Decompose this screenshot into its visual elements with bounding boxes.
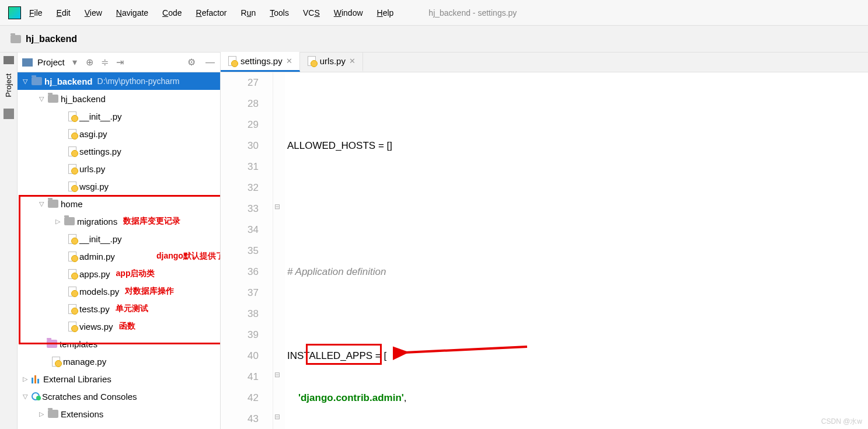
menu-edit[interactable]: Edit	[57, 8, 71, 18]
menu-run[interactable]: Run	[241, 8, 256, 18]
python-file-icon	[307, 57, 316, 66]
tree-file[interactable]: admin.pydjango默认提供了admin后台管理	[18, 247, 220, 265]
tree-folder-home[interactable]: ▽ home	[18, 195, 220, 212]
tab-settings[interactable]: settings.py ✕	[221, 52, 300, 72]
tree-file[interactable]: wsgi.py	[18, 177, 220, 195]
menu-navigate[interactable]: Navigate	[116, 8, 148, 18]
tree-file[interactable]: views.py函数	[18, 318, 220, 335]
tree-label: admin.py	[79, 252, 115, 261]
tree-external-libs[interactable]: ▷ External Libraries	[18, 370, 220, 388]
line-number: 31	[221, 156, 259, 177]
tree-file[interactable]: __init__.py	[18, 107, 220, 125]
tree-label: __init__.py	[79, 234, 122, 244]
menu-file[interactable]: File	[29, 8, 43, 18]
tree-folder-hj[interactable]: ▽ hj_backend	[18, 90, 220, 107]
tree-file[interactable]: asgi.py	[18, 125, 220, 142]
menu-help[interactable]: Help	[377, 8, 394, 18]
line-number: 29	[221, 114, 259, 135]
menu-bar: File Edit View Navigate Code Refactor Ru…	[0, 0, 868, 26]
tree-extensions[interactable]: ▷ Extensions	[18, 405, 220, 423]
editor: settings.py ✕ urls.py ✕ 2728293031323334…	[221, 53, 868, 429]
chevron-down-icon[interactable]: ▽	[21, 78, 29, 85]
line-number: 32	[221, 177, 259, 198]
project-view-icon	[22, 58, 33, 67]
tree-label: views.py	[79, 322, 113, 332]
tree-file[interactable]: models.py对数据库操作	[18, 282, 220, 300]
menu-window[interactable]: Window	[334, 8, 363, 18]
hide-icon[interactable]: —	[205, 57, 215, 68]
code-content[interactable]: ALLOWED_HOSTS = [] # Application definit…	[285, 72, 868, 429]
fold-open-icon[interactable]: ⊟	[274, 413, 280, 421]
fold-close-icon[interactable]: ⊟	[274, 371, 280, 379]
tree-root-path: D:\my\python-pycharm	[97, 76, 180, 86]
code-area[interactable]: 2728293031323334353637383940414243 ⊟ ⊟ ⊟…	[221, 72, 868, 429]
folder-icon	[48, 410, 58, 418]
chevron-down-icon[interactable]: ▽	[37, 200, 46, 208]
tree-folder-migrations[interactable]: ▷ migrations 数据库变更记录	[18, 212, 220, 230]
tree-label: settings.py	[79, 147, 121, 156]
menu-code[interactable]: Code	[162, 8, 182, 18]
folder-icon	[32, 77, 42, 85]
chevron-right-icon[interactable]: ▷	[37, 410, 46, 418]
tree-label: tests.py	[79, 304, 110, 314]
tree-file[interactable]: urls.py	[18, 160, 220, 177]
expand-icon[interactable]: ≑	[100, 57, 110, 68]
tree-label: templates	[60, 339, 97, 349]
tree-label: manage.py	[63, 357, 106, 367]
line-number: 43	[221, 409, 259, 429]
line-number: 39	[221, 325, 259, 346]
pycharm-logo-icon	[8, 6, 21, 19]
menu-vcs[interactable]: VCS	[303, 8, 320, 18]
menu-refactor[interactable]: Refactor	[196, 8, 227, 18]
fold-column: ⊟ ⊟ ⊟	[273, 72, 285, 429]
bookmark-tool-icon[interactable]	[4, 109, 14, 119]
folder-icon	[11, 35, 21, 43]
scratches-icon	[32, 392, 40, 400]
menu-tools[interactable]: Tools	[270, 8, 289, 18]
close-icon[interactable]: ✕	[286, 57, 292, 65]
tree-folder-templates[interactable]: templates	[18, 335, 220, 353]
tab-label: urls.py	[320, 56, 346, 66]
python-file-icon	[68, 182, 77, 191]
project-tool-icon[interactable]	[4, 56, 14, 64]
chevron-right-icon[interactable]: ▷	[54, 218, 62, 225]
breadcrumb-project[interactable]: hj_backend	[26, 34, 77, 44]
annotation: app启动类	[116, 268, 155, 279]
tree-file[interactable]: settings.py	[18, 142, 220, 160]
project-vertical-tab[interactable]: Project	[3, 70, 14, 100]
chevron-right-icon[interactable]: ▷	[21, 375, 29, 383]
tree-file[interactable]: apps.pyapp启动类	[18, 265, 220, 282]
line-number: 28	[221, 93, 259, 114]
project-panel: Project ▾ ⊕ ≑ ⇥ ⚙ — ▽ hj_backend D:\my\p…	[18, 53, 221, 429]
tree-file-manage[interactable]: manage.py	[18, 353, 220, 370]
gear-icon[interactable]: ⚙	[186, 57, 197, 68]
fold-open-icon[interactable]: ⊟	[274, 203, 280, 211]
breadcrumb-bar: hj_backend	[0, 26, 868, 53]
project-tree[interactable]: ▽ hj_backend D:\my\python-pycharm ▽ hj_b…	[18, 72, 220, 429]
tree-scratches[interactable]: ▽ Scratches and Consoles	[18, 388, 220, 405]
tab-urls[interactable]: urls.py ✕	[300, 52, 363, 72]
annotation: 单元测试	[116, 304, 148, 314]
dropdown-icon[interactable]: ▾	[69, 57, 80, 68]
tree-file[interactable]: __init__.py	[18, 230, 220, 247]
menu-items: File Edit View Navigate Code Refactor Ru…	[29, 8, 393, 18]
tree-label: Scratches and Consoles	[42, 392, 137, 402]
annotation: 函数	[119, 321, 135, 332]
close-icon[interactable]: ✕	[349, 57, 355, 65]
folder-icon	[48, 95, 58, 103]
python-file-icon	[68, 269, 77, 278]
annotation: 对数据库操作	[125, 286, 174, 297]
tree-file[interactable]: tests.py单元测试	[18, 300, 220, 318]
line-number: 30	[221, 135, 259, 156]
line-number: 42	[221, 388, 259, 409]
project-view-label[interactable]: Project	[37, 57, 65, 67]
tree-root[interactable]: ▽ hj_backend D:\my\python-pycharm	[18, 72, 220, 90]
tree-label: apps.py	[79, 269, 110, 279]
tree-label: Extensions	[61, 409, 103, 419]
target-icon[interactable]: ⊕	[85, 57, 95, 68]
chevron-down-icon[interactable]: ▽	[37, 95, 46, 103]
chevron-down-icon[interactable]: ▽	[21, 393, 29, 400]
collapse-icon[interactable]: ⇥	[115, 57, 126, 68]
menu-view[interactable]: View	[85, 8, 102, 18]
python-file-icon	[68, 164, 77, 173]
